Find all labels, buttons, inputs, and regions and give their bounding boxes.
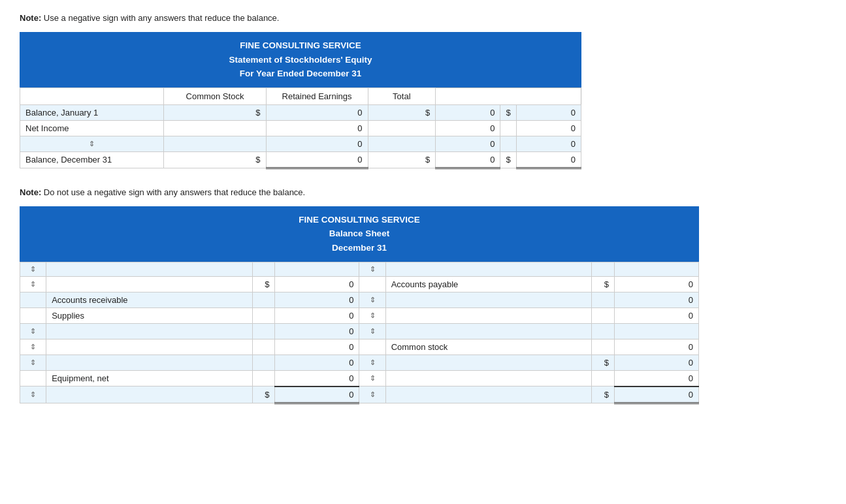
se-row-1: Balance, January 1 $ 0 $ 0 $ 0 <box>20 104 581 120</box>
se-row4-common-value[interactable]: 0 <box>266 151 368 168</box>
bs-r8-left-val[interactable]: 0 <box>275 370 359 386</box>
bs-r1-right-val[interactable] <box>614 262 698 276</box>
bs-row-2: ⇕ $ 0 Accounts payable $ 0 <box>20 276 699 292</box>
bs-r4-left-val[interactable]: 0 <box>275 307 359 323</box>
bs-r9-left-sym: $ <box>252 386 275 403</box>
bs-r4-right-label <box>385 307 592 323</box>
bs-r6-right-sort <box>359 339 385 354</box>
bs-r1-left-val[interactable] <box>275 262 359 276</box>
note1: Note: Use a negative sign with any answe… <box>20 13 826 23</box>
se-row1-retained-value[interactable]: 0 <box>436 104 500 120</box>
bs-r2-left-label <box>46 276 253 292</box>
bs-r3-right-label <box>385 292 592 307</box>
bs-r4-right-sym <box>592 307 615 323</box>
se-row2-retained-value[interactable]: 0 <box>436 120 500 136</box>
bs-r3-right-sort[interactable]: ⇕ <box>359 292 385 307</box>
se-row4-common-symbol: $ <box>164 151 266 168</box>
bs-row-8: Equipment, net 0 ⇕ 0 <box>20 370 699 386</box>
bs-r4-right-sort[interactable]: ⇕ <box>359 307 385 323</box>
bs-r7-left-val[interactable]: 0 <box>275 354 359 370</box>
bs-r3-left-val[interactable]: 0 <box>275 292 359 307</box>
bs-r4-left-sym <box>252 307 275 323</box>
bs-r9-right-sort[interactable]: ⇕ <box>359 386 385 403</box>
bs-r8-right-val[interactable]: 0 <box>614 370 698 386</box>
se-row-3: ⇕ 0 0 0 <box>20 136 581 151</box>
bs-r9-left-label <box>46 386 253 403</box>
bs-r6-left-sym <box>252 339 275 354</box>
bs-r1-right-sym <box>592 262 615 276</box>
se-row4-label: Balance, December 31 <box>20 151 164 168</box>
bs-r1-left-sym <box>252 262 275 276</box>
bs-r5-left-sort[interactable]: ⇕ <box>20 323 46 339</box>
bs-r1-left-sort[interactable]: ⇕ <box>20 262 46 276</box>
bs-row-7: ⇕ 0 ⇕ $ 0 <box>20 354 699 370</box>
bs-r8-left-label: Equipment, net <box>46 370 253 386</box>
se-row3-common-value[interactable]: 0 <box>266 136 368 151</box>
se-row3-sort[interactable]: ⇕ <box>20 136 164 151</box>
bs-r1-right-label <box>385 262 592 276</box>
bs-title: Balance Sheet <box>24 227 695 241</box>
se-row-2: Net Income 0 0 0 <box>20 120 581 136</box>
bs-r7-left-sort[interactable]: ⇕ <box>20 354 46 370</box>
se-row4-total-value[interactable]: 0 <box>516 151 581 168</box>
se-table: Common Stock Retained Earnings Total Bal… <box>20 87 581 169</box>
bs-r6-left-val[interactable]: 0 <box>275 339 359 354</box>
bs-r2-right-val[interactable]: 0 <box>614 276 698 292</box>
bs-row-9: ⇕ $ 0 ⇕ $ 0 <box>20 386 699 403</box>
bs-r8-left-sym <box>252 370 275 386</box>
bs-r4-right-val[interactable]: 0 <box>614 307 698 323</box>
se-row4-retained-value[interactable]: 0 <box>436 151 500 168</box>
bs-r6-right-sym <box>592 339 615 354</box>
se-row1-total-value[interactable]: 0 <box>516 104 581 120</box>
bs-r9-right-val[interactable]: 0 <box>614 386 698 403</box>
bs-r2-left-sort[interactable]: ⇕ <box>20 276 46 292</box>
se-row4-retained-symbol: $ <box>368 151 436 168</box>
se-row2-label: Net Income <box>20 120 164 136</box>
bs-table-wrapper: FINE CONSULTING SERVICE Balance Sheet De… <box>20 206 699 404</box>
bs-r2-right-sym: $ <box>592 276 615 292</box>
bs-r9-left-sort[interactable]: ⇕ <box>20 386 46 403</box>
se-row3-total-value[interactable]: 0 <box>516 136 581 151</box>
bs-r5-right-sort[interactable]: ⇕ <box>359 323 385 339</box>
bs-r1-right-sort[interactable]: ⇕ <box>359 262 385 276</box>
se-header: FINE CONSULTING SERVICE Statement of Sto… <box>20 32 581 87</box>
bs-r7-right-val[interactable]: 0 <box>614 354 698 370</box>
bs-r5-left-label <box>46 323 253 339</box>
bs-r4-left-label: Supplies <box>46 307 253 323</box>
se-row2-common-value[interactable]: 0 <box>266 120 368 136</box>
se-row1-common-value[interactable]: 0 <box>266 104 368 120</box>
bs-r3-right-val[interactable]: 0 <box>614 292 698 307</box>
se-col-total: Total <box>368 87 436 104</box>
bs-r2-left-val[interactable]: 0 <box>275 276 359 292</box>
se-row3-retained-symbol <box>368 136 436 151</box>
se-row-4: Balance, December 31 $ 0 $ 0 $ 0 <box>20 151 581 168</box>
bs-r5-right-val[interactable] <box>614 323 698 339</box>
bs-row-3: Accounts receivable 0 ⇕ 0 <box>20 292 699 307</box>
bs-r7-right-sort[interactable]: ⇕ <box>359 354 385 370</box>
bs-r6-right-val[interactable]: 0 <box>614 339 698 354</box>
se-row2-total-value[interactable]: 0 <box>516 120 581 136</box>
se-row1-label: Balance, January 1 <box>20 104 164 120</box>
bs-r2-right-label: Accounts payable <box>385 276 592 292</box>
bs-r1-left-label <box>46 262 253 276</box>
bs-r7-left-sym <box>252 354 275 370</box>
bs-table: ⇕ ⇕ ⇕ $ 0 Accounts payable $ 0 <box>20 262 699 404</box>
se-row2-total-symbol <box>500 120 516 136</box>
se-col-common: Common Stock <box>164 87 266 104</box>
note2: Note: Do not use a negative sign with an… <box>20 187 826 197</box>
bs-r3-left-sort <box>20 292 46 307</box>
bs-r6-left-sort[interactable]: ⇕ <box>20 339 46 354</box>
bs-r7-right-sym: $ <box>592 354 615 370</box>
bs-r3-left-label: Accounts receivable <box>46 292 253 307</box>
bs-r7-right-label <box>385 354 592 370</box>
se-row3-common-symbol <box>164 136 266 151</box>
bs-r4-left-sort <box>20 307 46 323</box>
se-row3-retained-value[interactable]: 0 <box>436 136 500 151</box>
se-row1-retained-symbol: $ <box>368 104 436 120</box>
bs-r9-left-val[interactable]: 0 <box>275 386 359 403</box>
bs-r5-left-val[interactable]: 0 <box>275 323 359 339</box>
se-row1-common-symbol: $ <box>164 104 266 120</box>
se-company: FINE CONSULTING SERVICE <box>24 39 578 53</box>
bs-r8-right-sort[interactable]: ⇕ <box>359 370 385 386</box>
bs-r5-right-label <box>385 323 592 339</box>
